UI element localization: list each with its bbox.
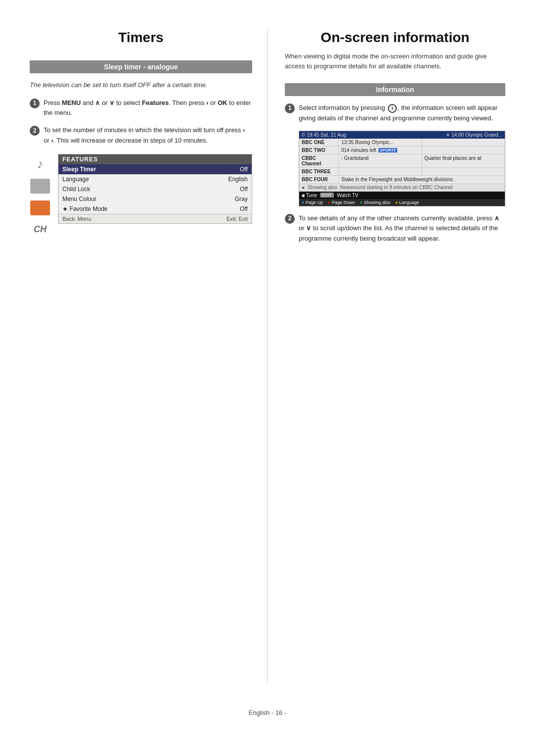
info-screen-mockup: © 19:45 Sat, 21 Aug ✕ 14:00 Olympic Gran… xyxy=(299,131,505,206)
bbc-three-programme xyxy=(339,168,422,175)
showing-also-row: ● Showing also Newsround starting in 9 m… xyxy=(299,184,505,192)
chevron-up-icon: ∧ xyxy=(95,98,100,108)
language-value: English xyxy=(228,176,248,183)
right-column: On-screen information When viewing in di… xyxy=(268,30,505,684)
step-2-number: 2 xyxy=(30,126,40,136)
step-1-text: Press MENU and ∧ or ∨ to select Features… xyxy=(44,98,252,119)
language-label: Language xyxy=(62,176,89,183)
showing-also-label: Showing also xyxy=(308,185,337,190)
bbc-three-name: BBC THREE xyxy=(299,168,339,175)
bbc-four-name: BBC FOUR xyxy=(299,176,339,183)
menu-row-sleep-timer: Sleep Timer Off xyxy=(58,164,252,174)
page-down-btn: ● Page Down xyxy=(328,200,355,205)
bbc-one-programme: 13:35 Boxing Olympic... xyxy=(339,139,422,146)
menu-row-favorite-mode: ★ Favorite Mode Off xyxy=(58,204,252,214)
step-2-text: To set the number of minutes in which th… xyxy=(44,125,252,146)
right-step-1-number: 1 xyxy=(285,103,295,113)
bbc-two-extra xyxy=(422,147,505,154)
music-note-icon: ♪ xyxy=(37,156,44,172)
tv-icon-image xyxy=(30,176,51,197)
channel-row-bbc-three: BBC THREE xyxy=(299,168,505,176)
info-screen-topbar: © 19:45 Sat, 21 Aug ✕ 14:00 Olympic Gran… xyxy=(299,131,505,139)
bbc-two-name: BBC TWO xyxy=(299,147,339,154)
left-column: Timers Sleep timer - analogue The televi… xyxy=(30,30,268,684)
page: Timers Sleep timer - analogue The televi… xyxy=(0,0,535,756)
info-programme-right: ✕ 14:00 Olympic Grand... xyxy=(446,132,502,138)
tv-icon-ch: CH xyxy=(30,219,51,240)
page-up-btn: ● Page Up xyxy=(302,200,323,205)
menu-row-language: Language English xyxy=(58,174,252,184)
orange-block-icon xyxy=(30,201,50,215)
menu-bold: MENU xyxy=(62,99,81,106)
tv-menu-body: Sleep Timer Off Language English Child L… xyxy=(58,164,252,214)
channel-row-bbc-two: BBC TWO 014 minutes left SPORT5 xyxy=(299,147,505,154)
sleep-timer-header: Sleep timer - analogue xyxy=(30,60,252,73)
right-step-1-text: Select information by pressing i, the in… xyxy=(299,103,505,124)
child-lock-label: Child Lock xyxy=(62,186,90,193)
menu-row-child-lock: Child Lock Off xyxy=(58,184,252,194)
bbc-four-programme: Stake in the Fleyweight and Middleweight… xyxy=(339,176,505,183)
cbbc-extra: Quarter final places are at xyxy=(422,154,505,167)
right-step-2-number: 2 xyxy=(285,214,295,224)
exit-exit-label: Exit: Exit xyxy=(226,216,248,222)
sleep-timer-value: Off xyxy=(240,166,248,173)
channel-row-cbbc: CBBC Channel : Grantstand Quarter final … xyxy=(299,154,505,168)
step-1: 1 Press MENU and ∧ or ∨ to select Featur… xyxy=(30,98,252,119)
bbc-three-extra xyxy=(422,168,505,175)
ch-label: CH xyxy=(34,224,47,235)
chevron-right-2-icon: › xyxy=(51,136,53,146)
child-lock-value: Off xyxy=(240,186,248,193)
exit-btn: EXIT xyxy=(320,193,334,198)
info-bottom-buttons: ● Page Up ● Page Down ● Showing also ● L… xyxy=(299,199,505,206)
back-menu-label: Back: Menu xyxy=(62,216,91,222)
tv-icon-orange xyxy=(30,198,51,218)
watch-tv-label: Watch TV xyxy=(337,193,358,198)
channel-row-bbc-four: BBC FOUR Stake in the Fleyweight and Mid… xyxy=(299,176,505,184)
tune-label: ■ Tune xyxy=(302,193,317,198)
favorite-mode-label: ★ Favorite Mode xyxy=(62,205,107,212)
info-footer-tune: ■ Tune EXIT Watch TV xyxy=(299,192,505,199)
info-button-icon: i xyxy=(388,104,397,113)
right-intro-text: When viewing in digital mode the on-scre… xyxy=(285,51,505,71)
bbc-two-programme: 014 minutes left SPORT5 xyxy=(339,147,422,154)
chevron-left-icon: ‹ xyxy=(243,125,245,136)
tv-icon-music: ♪ xyxy=(30,154,51,175)
onscreen-title: On-screen information xyxy=(285,30,505,46)
chevron-down-icon: ∨ xyxy=(109,98,114,108)
info-time: © 19:45 Sat, 21 Aug xyxy=(302,132,346,138)
bbc-one-extra xyxy=(422,139,505,146)
showing-also-dot: ● xyxy=(302,185,305,190)
menu-colour-value: Gray xyxy=(235,196,248,202)
step-1-number: 1 xyxy=(30,99,40,108)
info-channel-grid: BBC ONE 13:35 Boxing Olympic... BBC TWO … xyxy=(299,139,505,184)
favorite-mode-value: Off xyxy=(240,205,248,212)
tv-icons-column: ♪ CH xyxy=(30,154,52,241)
italic-note: The television can be set to turn itself… xyxy=(30,80,252,90)
tv-screen-container: ♪ CH FEATURES xyxy=(30,154,252,241)
chevron-up-2-icon: ∧ xyxy=(494,213,499,224)
tv-menu-box: FEATURES Sleep Timer Off Language Englis… xyxy=(58,154,252,224)
features-bold: Features xyxy=(142,99,168,106)
bbc-two-time: 014 minutes left xyxy=(341,148,376,153)
cbbc-name: CBBC Channel xyxy=(299,154,339,167)
chevron-down-2-icon: ∨ xyxy=(306,223,311,234)
right-step-1: 1 Select information by pressing i, the … xyxy=(285,103,505,124)
menu-row-menu-colour: Menu Colour Gray xyxy=(58,194,252,204)
cbbc-programme: : Grantstand xyxy=(339,154,422,167)
right-step-2: 2 To see details of any of the other cha… xyxy=(285,213,505,244)
two-columns-layout: Timers Sleep timer - analogue The televi… xyxy=(30,30,505,684)
bbc-one-name: BBC ONE xyxy=(299,139,339,146)
newsround-text: Newsround starting in 9 minutes on CBBC … xyxy=(340,185,502,190)
tv-menu-header: FEATURES xyxy=(58,154,252,164)
showing-also-btn: ● Showing also xyxy=(360,200,390,205)
sport-badge: SPORT5 xyxy=(378,148,397,152)
ok-bold: OK xyxy=(217,99,227,106)
timers-title: Timers xyxy=(30,30,252,46)
chevron-right-icon: › xyxy=(206,98,208,108)
channel-row-bbc-one: BBC ONE 13:35 Boxing Olympic... xyxy=(299,139,505,147)
image-icon xyxy=(30,179,50,194)
language-btn: ● Language xyxy=(395,200,419,205)
tv-menu-footer: Back: Menu Exit: Exit xyxy=(58,214,252,223)
step-2: 2 To set the number of minutes in which … xyxy=(30,125,252,146)
sleep-timer-label: Sleep Timer xyxy=(62,166,96,173)
